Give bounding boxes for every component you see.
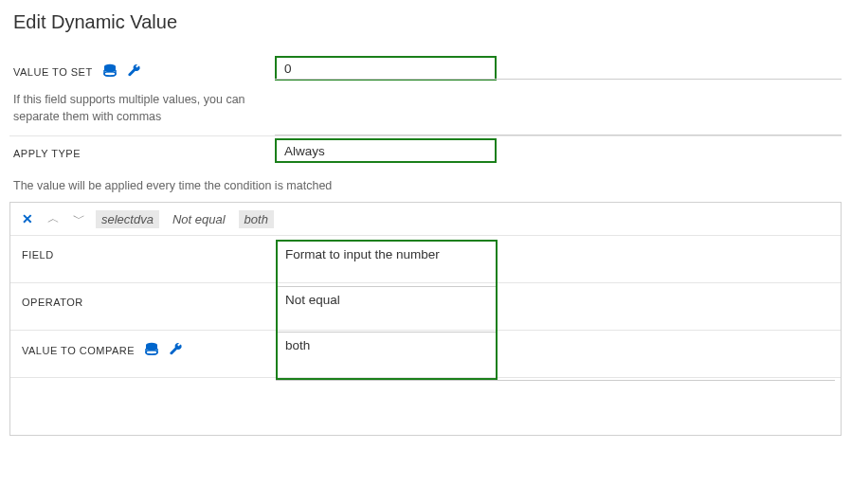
operator-select[interactable]: Not equal — [278, 287, 496, 333]
apply-type-select[interactable]: Always — [275, 138, 497, 163]
page-title: Edit Dynamic Value — [9, 11, 842, 33]
value-to-compare-textarea[interactable] — [276, 380, 835, 431]
database-icon[interactable] — [144, 342, 159, 359]
chevron-down-icon[interactable]: ﹀ — [70, 208, 88, 229]
wrench-icon[interactable] — [127, 63, 142, 81]
apply-type-description: The value will be applied every time the… — [9, 170, 842, 202]
database-icon[interactable] — [102, 63, 118, 81]
apply-type-label: APPLY TYPE — [13, 148, 81, 159]
value-to-set-input[interactable]: 0 — [275, 56, 497, 81]
wrench-icon[interactable] — [169, 342, 184, 359]
field-select[interactable]: Format to input the number — [278, 242, 496, 287]
value-to-compare-input[interactable]: both — [278, 333, 496, 378]
condition-values-box: Format to input the number Not equal bot… — [276, 240, 498, 380]
svg-point-1 — [104, 72, 116, 76]
svg-point-3 — [146, 351, 157, 354]
condition-panel: ✕ ︿ ﹀ selectdva Not equal both FIELD OPE… — [9, 202, 842, 436]
value-to-set-label: VALUE TO SET — [13, 63, 142, 81]
value-to-set-helper: If this field supports multiple values, … — [13, 92, 250, 125]
chevron-up-icon[interactable]: ︿ — [45, 208, 63, 229]
condition-chip-operator: Not equal — [167, 210, 231, 228]
condition-chip-field[interactable]: selectdva — [96, 210, 159, 228]
close-icon[interactable]: ✕ — [18, 209, 37, 228]
condition-chip-value[interactable]: both — [239, 210, 274, 228]
value-to-compare-label: VALUE TO COMPARE — [22, 342, 184, 359]
operator-label: OPERATOR — [22, 297, 83, 308]
condition-header: ✕ ︿ ﹀ selectdva Not equal both — [10, 203, 841, 236]
field-label: FIELD — [22, 249, 54, 261]
value-to-set-textarea[interactable] — [275, 79, 842, 135]
